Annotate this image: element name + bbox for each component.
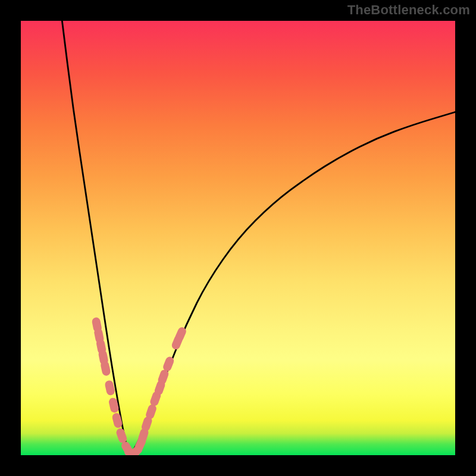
marker-point [179, 331, 181, 337]
chart-svg [21, 21, 455, 455]
marker-point [121, 433, 123, 439]
marker-point [154, 396, 156, 402]
marker-point [113, 402, 114, 409]
marker-point [142, 433, 144, 439]
marker-point [117, 417, 118, 424]
marker-point [98, 333, 99, 339]
marker-point [159, 385, 161, 391]
marker-point [96, 322, 98, 328]
chart-frame: TheBottleneck.com [0, 0, 476, 476]
marker-point [146, 421, 148, 427]
marker-point [105, 365, 106, 372]
marker-point [109, 384, 110, 391]
marker-point [167, 361, 170, 367]
bottleneck-curve [62, 21, 455, 452]
marker-point [101, 343, 102, 350]
bottleneck-curve-path [62, 21, 455, 452]
marker-point [103, 354, 104, 361]
marker-point [162, 374, 165, 380]
plot-area [21, 21, 455, 455]
watermark-text: TheBottleneck.com [347, 2, 470, 18]
marker-layer [96, 322, 182, 455]
marker-point [150, 409, 152, 415]
